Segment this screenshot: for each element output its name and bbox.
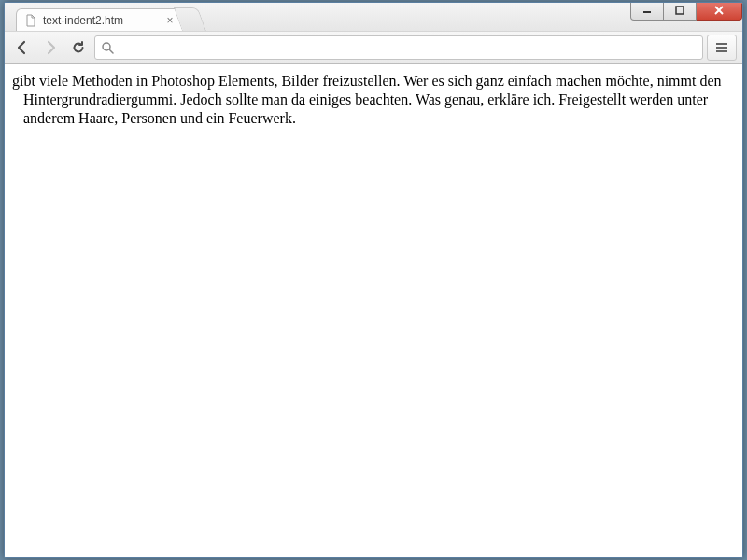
page-content: gibt viele Methoden in Photoshop Element…	[5, 64, 742, 135]
svg-line-5	[109, 49, 113, 53]
file-icon	[24, 14, 37, 27]
browser-tab[interactable]: text-indent2.htm ×	[16, 8, 184, 31]
tab-title: text-indent2.htm	[43, 14, 164, 27]
svg-rect-1	[676, 7, 684, 14]
titlebar: text-indent2.htm ×	[5, 3, 742, 31]
address-bar[interactable]	[94, 35, 703, 60]
maximize-button[interactable]	[664, 2, 697, 21]
toolbar	[5, 31, 742, 64]
browser-window: text-indent2.htm ×	[4, 2, 743, 558]
minimize-button[interactable]	[630, 2, 664, 21]
close-tab-icon[interactable]: ×	[164, 15, 176, 26]
forward-button[interactable]	[38, 35, 63, 60]
body-paragraph: gibt viele Methoden in Photoshop Element…	[5, 72, 733, 128]
reload-button[interactable]	[66, 35, 91, 60]
search-icon	[101, 41, 114, 54]
back-button[interactable]	[10, 35, 35, 60]
url-input[interactable]	[120, 37, 697, 58]
window-controls	[630, 2, 742, 21]
page-viewport[interactable]: gibt viele Methoden in Photoshop Element…	[5, 64, 742, 557]
menu-button[interactable]	[707, 35, 737, 61]
close-window-button[interactable]	[697, 2, 742, 21]
